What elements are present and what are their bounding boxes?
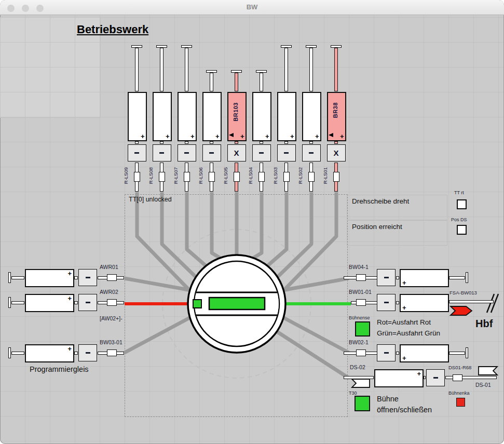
track-bumper [206, 70, 217, 73]
minus-glyph [384, 302, 389, 304]
track-line [74, 301, 78, 304]
loco-label: BR38 [332, 102, 338, 118]
sensor-r-ls07 [184, 172, 190, 182]
minus-glyph [159, 152, 164, 154]
sensor-rect [107, 299, 117, 306]
ds-01-label: DS-01 [475, 382, 491, 388]
buehnenka-indicator[interactable] [456, 398, 465, 407]
track-button-awr01[interactable] [78, 269, 97, 286]
polarity-plus: + [402, 279, 406, 286]
track-joint [210, 141, 213, 144]
track-button-r-ls05[interactable]: X [227, 144, 246, 162]
occupied-x-glyph: X [234, 149, 239, 157]
track-button-r-ls07[interactable] [178, 144, 196, 162]
track-bumper [156, 45, 167, 48]
app-window: Betriebswerk TT[0] unlocked Drehscheibe … [0, 0, 504, 444]
polarity-plus: + [340, 133, 344, 140]
track-button-r-ls01[interactable]: X [327, 144, 346, 162]
sensor-label-r-ls06: R-LS06 [198, 167, 203, 184]
track-line [74, 352, 78, 355]
sensor-rect [356, 349, 366, 356]
track-button-awr02[interactable] [78, 294, 97, 311]
track-stub [260, 73, 263, 91]
polarity-plus: + [265, 133, 269, 140]
tt-rt-checkbox[interactable] [457, 199, 467, 209]
sensor-label-r-ls08: R-LS08 [148, 167, 154, 184]
track-section-awr01[interactable]: + [25, 269, 74, 287]
buehnense-indicator[interactable] [355, 321, 370, 337]
panel-row-1-label: Drehscheibe dreht [352, 197, 409, 205]
right-bumper [466, 272, 468, 283]
legend-gruen-text: Grün=Ausfahrt Grün [377, 329, 440, 337]
track-stub [185, 48, 188, 91]
minus-glyph [86, 302, 90, 304]
track-button-r-ls03[interactable] [277, 144, 296, 162]
polarity-plus: + [141, 133, 145, 140]
polarity-plus: + [67, 295, 72, 302]
sensor-label-r-ls07: R-LS07 [173, 167, 179, 184]
track-section-bw02-1[interactable]: + [400, 344, 449, 362]
track-label-bw04-1: BW04-1 [349, 264, 369, 270]
sensor-r-ls09 [134, 172, 140, 182]
minus-glyph [134, 152, 139, 154]
track-button-ds[interactable] [426, 369, 445, 386]
sensor-rect [107, 274, 117, 281]
minus-glyph [433, 377, 438, 379]
loco-label: BR103 [233, 102, 239, 122]
track-section-bw04-1[interactable]: + [400, 269, 449, 287]
track-bumper [306, 45, 317, 48]
track-button-r-ls09[interactable] [128, 144, 146, 162]
track-section-ds[interactable]: + [374, 369, 424, 387]
track-button-r-ls02[interactable] [302, 144, 321, 162]
track-bumper [281, 45, 292, 48]
t30-indicator[interactable] [355, 396, 370, 411]
track-stub [334, 48, 338, 91]
track-section-r-ls04[interactable]: + [252, 92, 271, 141]
sensor-label-r-ls03: R-LS03 [273, 167, 278, 184]
fsa-bw013-label: FSA-BW013 [449, 290, 477, 295]
minus-glyph [284, 152, 289, 154]
pos-ds-label: Pos DS [451, 217, 467, 222]
track-line [344, 376, 374, 379]
track-button-r-ls04[interactable] [252, 144, 271, 162]
track-section-r-ls08[interactable]: + [153, 92, 172, 141]
track-label-bw01-01: BW01-01 [349, 289, 372, 295]
polarity-plus: + [290, 133, 294, 140]
pos-ds-checkbox[interactable] [457, 225, 467, 235]
track-section-awr02[interactable]: + [25, 294, 74, 312]
sensor-rect [356, 274, 366, 281]
track-button-bw03-01[interactable] [78, 344, 97, 361]
polarity-plus: + [215, 133, 220, 140]
track-button-r-ls08[interactable] [153, 144, 171, 162]
minus-glyph [259, 152, 264, 154]
track-button-bw02-1[interactable] [377, 344, 396, 361]
sensor-r-ls03 [283, 172, 290, 182]
track-button-r-ls06[interactable] [202, 144, 221, 162]
minus-glyph [309, 152, 314, 154]
track-section-r-ls09[interactable]: + [128, 92, 147, 141]
track-section-r-ls05[interactable]: +BR103 [227, 92, 247, 141]
sensor-label-r-ls01: R-LS01 [322, 167, 328, 184]
track-section-r-ls01[interactable]: +BR38 [327, 92, 346, 141]
track-section-r-ls02[interactable]: + [302, 92, 321, 141]
track-button-bw04-1[interactable] [377, 269, 396, 286]
track-joint [309, 141, 313, 144]
track-section-bw03-01[interactable]: + [25, 344, 74, 362]
occupied-x-glyph: X [333, 149, 338, 157]
track-label-awr02: AWR02 [100, 289, 118, 295]
track-button-bw01-01[interactable] [377, 294, 396, 311]
buehnenka-label: Bühnenka [448, 391, 470, 396]
track-section-r-ls06[interactable]: + [202, 92, 222, 141]
track-section-r-ls07[interactable]: + [178, 92, 197, 141]
page-title: Betriebswerk [77, 23, 148, 36]
panel-row-2-label: Position erreicht [352, 223, 402, 231]
track-section-r-ls03[interactable]: + [277, 92, 296, 141]
track-section-bw01-01[interactable]: + [400, 294, 449, 312]
track-line [11, 301, 24, 304]
track-joint [284, 141, 288, 144]
programmiergleis-caption: Programmiergleis [30, 365, 89, 373]
minus-glyph [86, 352, 90, 354]
track-line [396, 276, 399, 279]
track-joint [135, 141, 139, 144]
sensor-label-r-ls09: R-LS09 [123, 167, 129, 184]
